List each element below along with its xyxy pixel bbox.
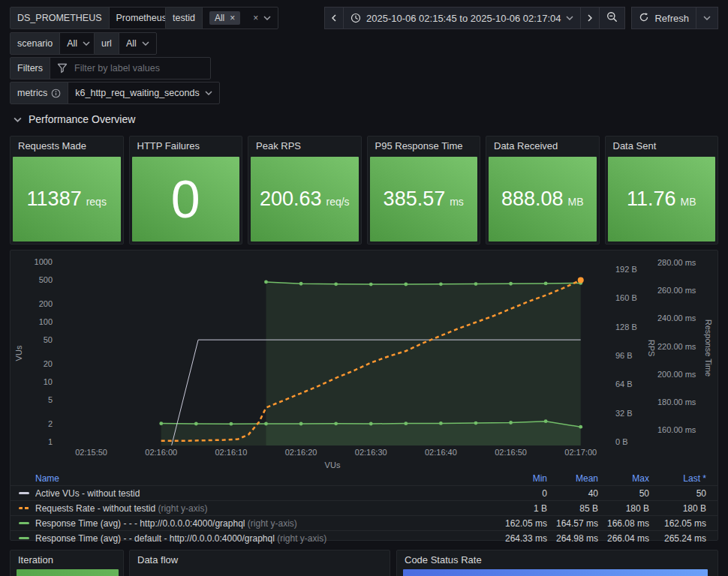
legend-value: 1 B <box>496 503 547 514</box>
series-endpoint <box>578 277 584 283</box>
clear-icon[interactable]: × <box>253 14 258 22</box>
chevron-down-icon[interactable] <box>263 16 271 20</box>
testid-value[interactable]: All × × <box>203 8 278 28</box>
axis-tick-label: 280.00 ms <box>657 258 696 267</box>
section-performance-overview[interactable]: Performance Overview <box>14 113 135 125</box>
stats-row: Requests Made11387reqsHTTP Failures0Peak… <box>10 136 718 244</box>
stat-panel-title[interactable]: HTTP Failures <box>130 136 242 155</box>
stat-panel-title[interactable]: P95 Response Time <box>368 136 480 155</box>
series-point <box>509 421 513 424</box>
rps-axis-title: RPS <box>647 340 656 357</box>
series-point <box>299 282 303 286</box>
stat-panel-title[interactable]: Data Received <box>486 136 599 155</box>
series-point <box>579 425 582 429</box>
gauge-bar <box>17 569 119 576</box>
chip-close-icon[interactable]: × <box>230 14 235 22</box>
axis-tick-label: 160.00 ms <box>657 425 696 434</box>
series-point <box>509 282 513 286</box>
axis-tick-label: 02:16:20 <box>285 448 317 457</box>
series-point <box>474 282 478 286</box>
legend-value: 0 <box>496 488 547 499</box>
refresh-button[interactable]: Refresh <box>631 7 696 29</box>
time-range-button[interactable]: 2025-10-06 02:15:45 to 2025-10-06 02:17:… <box>343 7 582 29</box>
legend-row: Response Time (avg) - - - http://0.0.0.0… <box>11 515 717 530</box>
series-point <box>439 422 443 425</box>
axis-tick-label: 02:16:10 <box>215 448 247 457</box>
chevron-down-icon <box>205 91 212 95</box>
series-point <box>544 419 548 423</box>
time-shift-forward-button[interactable] <box>580 7 600 29</box>
stat-panel-title[interactable]: Data Sent <box>606 136 718 155</box>
filters-input[interactable] <box>73 62 203 74</box>
url-value[interactable]: All <box>119 33 156 54</box>
legend-value: 85 B <box>547 503 598 514</box>
datasource-label: DS_PROMETHEUS <box>11 8 110 28</box>
url-filter[interactable]: url All <box>94 32 157 55</box>
legend-series-name[interactable]: Active VUs - without testid <box>35 488 496 499</box>
stat-panel-title[interactable]: Requests Made <box>11 136 123 155</box>
stat-value-area: 11387reqs <box>13 157 121 242</box>
axis-tick-label: 128 B <box>615 322 637 332</box>
legend-value: 40 <box>547 488 598 499</box>
legend-series-name[interactable]: Response Time (avg) - - - http://0.0.0.0… <box>35 518 496 529</box>
legend-series-name[interactable]: Response Time (avg) - - default - http:/… <box>35 533 496 544</box>
legend-column-header[interactable]: Max <box>598 473 649 484</box>
legend-header-row: NameMinMeanMaxLast * <box>11 471 717 485</box>
scenario-filter[interactable]: scenario All <box>10 32 98 55</box>
stat-panel: P95 Response Time385.57ms <box>367 136 481 244</box>
chevron-down-icon <box>142 41 149 46</box>
bottom-panel-title[interactable]: Data flow <box>130 550 390 569</box>
legend-value: 266.04 ms <box>598 533 649 544</box>
labels-filter[interactable]: Filters <box>10 57 211 80</box>
datasource-picker[interactable]: DS_PROMETHEUS Prometheus <box>10 7 187 29</box>
series-point <box>404 422 408 425</box>
stat-panel: Requests Made11387reqs <box>10 136 124 244</box>
testid-filter[interactable]: testid All × × <box>165 7 278 29</box>
series-point <box>299 422 303 426</box>
url-value-text: All <box>126 38 137 49</box>
legend-column-header[interactable]: Last * <box>649 473 706 484</box>
axis-tick-label: 02:16:50 <box>495 448 527 457</box>
series-point <box>474 422 478 425</box>
axis-tick-label: 1000 <box>35 257 53 266</box>
refresh-interval-button[interactable] <box>696 7 718 29</box>
datasource-value-text: Prometheus <box>116 13 167 23</box>
legend-column-header[interactable]: Min <box>496 473 547 484</box>
testid-chip[interactable]: All × <box>209 11 240 25</box>
metrics-picker[interactable]: metrics k6_http_req_waiting_seconds <box>10 82 220 104</box>
legend-column-name[interactable]: Name <box>19 473 496 484</box>
scenario-value[interactable]: All <box>60 33 97 54</box>
bottom-panel-title[interactable]: Iteration <box>11 550 123 569</box>
bottom-panel-title[interactable]: Code Status Rate <box>397 550 717 569</box>
legend-series-name[interactable]: Requests Rate - without testid (right y-… <box>35 503 496 514</box>
section-title: Performance Overview <box>29 113 135 125</box>
funnel-icon <box>57 63 68 74</box>
legend-row: Response Time (avg) - - default - http:/… <box>11 530 717 545</box>
legend-axis-suffix: (right y-axis) <box>245 518 296 529</box>
chevron-down-icon <box>703 16 711 20</box>
time-range-text: 2025-10-06 02:15:45 to 2025-10-06 02:17:… <box>366 13 561 24</box>
series-point <box>264 422 268 426</box>
legend-column-header[interactable]: Mean <box>547 473 598 484</box>
axis-tick-label: 5 <box>48 395 53 404</box>
scenario-value-text: All <box>67 38 77 49</box>
stat-panel-title[interactable]: Peak RPS <box>248 136 361 155</box>
time-shift-back-button[interactable] <box>324 7 344 29</box>
filters-input-wrap[interactable] <box>50 58 210 79</box>
stat-value-area: 200.63req/s <box>251 157 359 242</box>
stat-panel: HTTP Failures0 <box>129 136 243 244</box>
axis-tick-label: 64 B <box>615 380 633 388</box>
axis-tick-label: 260.00 ms <box>657 286 696 295</box>
legend-axis-suffix: (right y-axis) <box>155 503 207 514</box>
timeseries-plot[interactable]: 1000500200100502010521VUs192 B160 B128 B… <box>11 252 719 471</box>
axis-tick-label: 10 <box>44 377 53 386</box>
series-point <box>369 422 373 426</box>
axis-tick-label: 200.00 ms <box>657 370 696 379</box>
legend-value: 50 <box>649 488 706 499</box>
metrics-value[interactable]: k6_http_req_waiting_seconds <box>68 82 218 104</box>
zoom-out-button[interactable] <box>599 7 625 29</box>
stat-value-area: 385.57ms <box>370 157 478 242</box>
series-point <box>369 283 373 286</box>
legend-value: 264.33 ms <box>496 533 547 544</box>
info-icon[interactable] <box>51 88 61 98</box>
